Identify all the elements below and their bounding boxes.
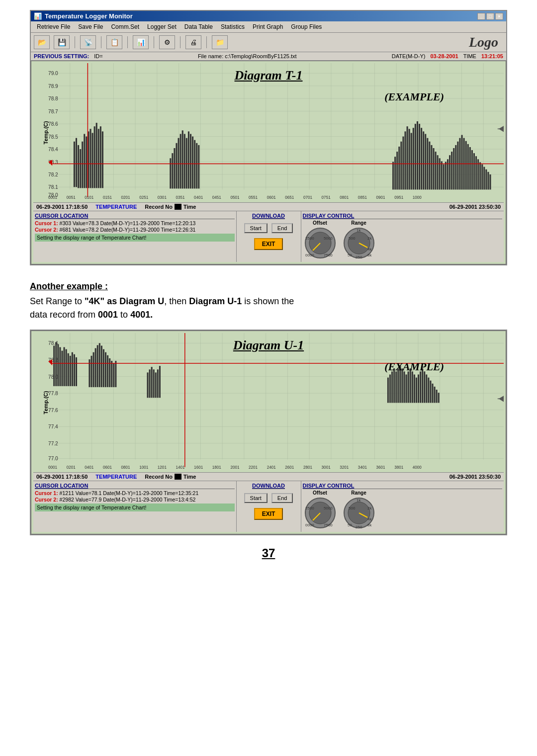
svg-rect-86 bbox=[423, 131, 424, 189]
svg-rect-250 bbox=[424, 371, 425, 403]
svg-text:79.0: 79.0 bbox=[48, 71, 58, 76]
print-button[interactable]: 🖨 bbox=[185, 35, 201, 49]
svg-rect-247 bbox=[418, 374, 419, 403]
menu-statistics[interactable]: Statistics bbox=[217, 22, 249, 31]
svg-rect-51 bbox=[94, 126, 95, 188]
group-button[interactable]: 📁 bbox=[212, 35, 228, 49]
cursor1-value: #303 Value=78.3 Date(M-D-Y)=11-29-2000 T… bbox=[60, 220, 196, 226]
svg-text:0201: 0201 bbox=[121, 195, 131, 200]
svg-rect-243 bbox=[410, 368, 411, 403]
svg-rect-79 bbox=[409, 129, 410, 189]
minimize-button[interactable]: _ bbox=[477, 13, 485, 20]
chart2-record: Record No Time bbox=[145, 474, 196, 480]
menu-data-table[interactable]: Data Table bbox=[180, 22, 217, 31]
svg-rect-222 bbox=[111, 361, 112, 387]
end-button-2[interactable]: End bbox=[271, 493, 293, 503]
offset-knob-2[interactable]: 2500 5000 0000 7500 bbox=[303, 496, 338, 530]
svg-rect-52 bbox=[96, 123, 97, 188]
svg-text:0551: 0551 bbox=[249, 195, 258, 200]
prose-4001: 4001. bbox=[130, 310, 153, 320]
chart1-svg: 79.0 78.9 78.8 78.7 78.6 78.5 78.4 78.3 … bbox=[48, 63, 504, 200]
svg-rect-235 bbox=[393, 368, 395, 403]
svg-rect-200 bbox=[55, 342, 57, 386]
maximize-button[interactable]: □ bbox=[486, 13, 494, 20]
svg-rect-61 bbox=[180, 134, 181, 188]
logo: Logo bbox=[469, 34, 503, 50]
svg-text:78.2: 78.2 bbox=[48, 172, 58, 177]
cursor1-label: Cursor 1: bbox=[35, 220, 58, 226]
download-panel-2: DOWNLOAD Start End EXIT bbox=[237, 481, 301, 532]
save-button[interactable]: 💾 bbox=[54, 35, 70, 49]
svg-rect-249 bbox=[422, 368, 423, 403]
svg-rect-76 bbox=[402, 137, 404, 190]
data-table-button[interactable]: 📊 bbox=[133, 35, 149, 49]
svg-rect-207 bbox=[70, 356, 71, 386]
stats-button[interactable]: ⚙ bbox=[159, 35, 175, 49]
svg-rect-233 bbox=[389, 374, 391, 403]
svg-rect-111 bbox=[473, 153, 475, 189]
menu-group-files[interactable]: Group Files bbox=[287, 22, 326, 31]
logger-button[interactable]: 📋 bbox=[106, 35, 122, 49]
chart2-inner: Temp.(C) Diagram U-1 (EXAMPLE) bbox=[33, 333, 504, 472]
menu-retrieve-file[interactable]: Retrieve File bbox=[33, 22, 74, 31]
offset-knob-1[interactable]: 2500 5000 0000 7500 bbox=[303, 226, 338, 260]
start-button-1[interactable]: Start bbox=[244, 223, 268, 233]
start-button-2[interactable]: Start bbox=[244, 493, 268, 503]
svg-rect-54 bbox=[100, 126, 101, 188]
svg-rect-57 bbox=[172, 153, 173, 188]
comm-button[interactable]: 📡 bbox=[80, 35, 96, 49]
svg-rect-45 bbox=[82, 142, 83, 188]
end-button-1[interactable]: End bbox=[271, 223, 293, 233]
svg-text:0301: 0301 bbox=[158, 195, 167, 200]
svg-rect-253 bbox=[430, 381, 431, 403]
svg-rect-209 bbox=[74, 354, 75, 386]
svg-rect-68 bbox=[194, 140, 195, 189]
retrieve-button[interactable]: 📂 bbox=[34, 35, 50, 49]
svg-rect-64 bbox=[186, 138, 187, 189]
chart1-example: (EXAMPLE) bbox=[384, 90, 444, 103]
menu-logger-set[interactable]: Logger Set bbox=[143, 22, 180, 31]
svg-text:0651: 0651 bbox=[285, 195, 294, 200]
menu-comm-set[interactable]: Comm.Set bbox=[107, 22, 143, 31]
range-knob-1[interactable]: 1k 2k 500 50 250 4k 8k bbox=[342, 226, 376, 260]
exit-button-2[interactable]: EXIT bbox=[254, 508, 283, 520]
cursor2-label-2: Cursor 2: bbox=[35, 497, 58, 503]
svg-rect-59 bbox=[176, 143, 177, 189]
svg-rect-252 bbox=[428, 378, 429, 403]
svg-rect-46 bbox=[84, 134, 85, 188]
menu-print-graph[interactable]: Print Graph bbox=[249, 22, 287, 31]
svg-text:77.6: 77.6 bbox=[48, 408, 58, 413]
offset-label-1: Offset bbox=[313, 220, 327, 226]
exit-button-1[interactable]: EXIT bbox=[254, 238, 283, 250]
svg-text:500: 500 bbox=[349, 506, 356, 510]
svg-text:78.5: 78.5 bbox=[48, 134, 58, 140]
setting-bar-1: Setting the display range of Temperature… bbox=[35, 234, 235, 242]
chart1-status: 06-29-2001 17:18:50 TEMPERATURE Record N… bbox=[33, 202, 504, 211]
svg-text:2k: 2k bbox=[367, 236, 372, 241]
chart1-status-left: 06-29-2001 17:18:50 bbox=[36, 204, 88, 210]
svg-text:8k: 8k bbox=[367, 523, 372, 527]
svg-text:2601: 2601 bbox=[285, 465, 294, 470]
svg-rect-210 bbox=[76, 357, 77, 386]
svg-text:3401: 3401 bbox=[358, 465, 367, 470]
title-bar-left: 📊 Temperature Logger Monitor bbox=[34, 12, 133, 20]
svg-rect-72 bbox=[394, 157, 396, 189]
svg-rect-213 bbox=[93, 352, 94, 387]
chart1-status-right: 06-29-2001 23:50:30 bbox=[449, 204, 501, 210]
range-knob-2[interactable]: 1k 2k 500 50 250 4k 8k bbox=[342, 496, 376, 530]
close-button[interactable]: × bbox=[495, 13, 503, 20]
svg-rect-102 bbox=[455, 145, 456, 190]
svg-rect-205 bbox=[66, 349, 67, 386]
svg-text:0601: 0601 bbox=[103, 465, 112, 470]
svg-rect-241 bbox=[406, 374, 407, 403]
svg-text:0851: 0851 bbox=[358, 195, 367, 200]
chart1-container: Temp.(C) Diagram T-1 (EXAMPLE) bbox=[31, 61, 506, 264]
menu-save-file[interactable]: Save File bbox=[74, 22, 107, 31]
svg-text:0351: 0351 bbox=[176, 195, 185, 200]
svg-text:0001: 0001 bbox=[48, 465, 58, 470]
download-panel-2-title: DOWNLOAD bbox=[252, 483, 285, 489]
svg-text:0101: 0101 bbox=[85, 195, 94, 200]
svg-rect-90 bbox=[431, 145, 432, 190]
prose-diagram-u: Diagram U bbox=[119, 296, 164, 306]
svg-rect-75 bbox=[400, 142, 402, 190]
